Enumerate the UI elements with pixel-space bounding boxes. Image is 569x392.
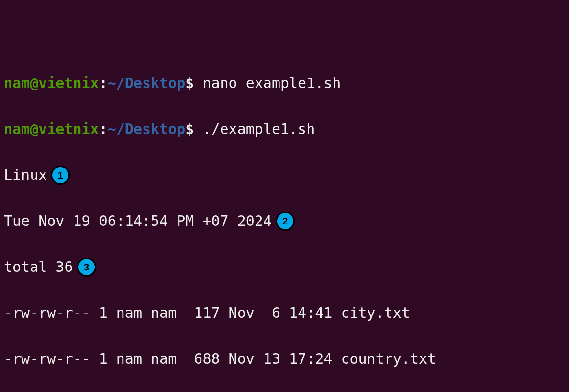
- output-total: total 363: [4, 256, 565, 279]
- output-date: Tue Nov 19 06:14:54 PM +07 20242: [4, 210, 565, 233]
- host: vietnix: [38, 121, 99, 137]
- dollar: $: [185, 121, 194, 137]
- annotation-badge-3: 3: [77, 258, 96, 277]
- colon: :: [99, 121, 108, 137]
- output-linux: Linux1: [4, 164, 565, 187]
- user: nam: [4, 121, 30, 137]
- dollar: $: [185, 75, 194, 91]
- at-sign: @: [30, 75, 38, 91]
- host: vietnix: [38, 75, 99, 91]
- prompt-line-1[interactable]: nam@vietnix:~/Desktop$ nano example1.sh: [4, 72, 565, 95]
- colon: :: [99, 75, 108, 91]
- command-2: ./example1.sh: [202, 121, 315, 137]
- cwd: ~/Desktop: [108, 75, 186, 91]
- ls-row: -rw-rw-r-- 1 nam nam 688 Nov 13 17:24 co…: [4, 347, 565, 370]
- annotation-badge-1: 1: [51, 166, 70, 185]
- cwd: ~/Desktop: [108, 121, 186, 137]
- ls-row: -rw-rw-r-- 1 nam nam 117 Nov 6 14:41 cit…: [4, 302, 565, 325]
- command-1: nano example1.sh: [202, 75, 341, 91]
- user: nam: [4, 75, 30, 91]
- at-sign: @: [30, 121, 38, 137]
- prompt-line-2[interactable]: nam@vietnix:~/Desktop$ ./example1.sh: [4, 118, 565, 141]
- annotation-badge-2: 2: [276, 212, 295, 231]
